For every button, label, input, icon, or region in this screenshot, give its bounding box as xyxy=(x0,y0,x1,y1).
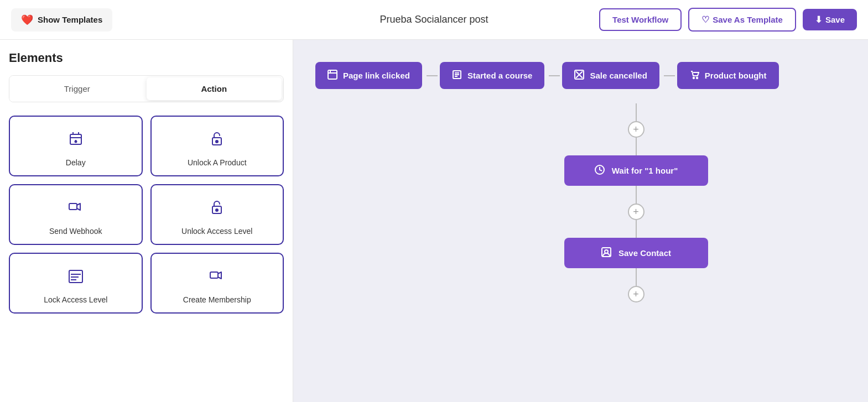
header-left: ❤️ Show Templates xyxy=(11,8,112,32)
connector-line-3 xyxy=(636,186,637,203)
connector-line-5 xyxy=(636,268,637,286)
trigger-label-page-link: Page link clicked xyxy=(343,71,410,80)
element-label-send-webhook: Send Webhook xyxy=(49,227,102,236)
add-button-3[interactable]: + xyxy=(628,286,644,302)
element-card-delay[interactable]: Delay xyxy=(9,116,143,176)
trigger-label-sale-cancelled: Sale cancelled xyxy=(590,71,647,80)
create-membership-icon xyxy=(208,267,226,289)
svg-point-6 xyxy=(216,209,218,211)
trigger-node-page-link[interactable]: Page link clicked xyxy=(315,62,422,89)
page-link-icon xyxy=(328,70,337,81)
show-templates-button[interactable]: ❤️ Show Templates xyxy=(11,8,112,32)
unlock-access-icon xyxy=(208,199,226,220)
element-card-unlock-product[interactable]: Unlock A Product xyxy=(150,116,284,176)
show-templates-label: Show Templates xyxy=(38,15,102,24)
canvas: Page link clicked Started a course xyxy=(293,40,868,402)
workflow-area: Page link clicked Started a course xyxy=(304,51,857,391)
trigger-label-product-bought: Product bought xyxy=(705,71,767,80)
svg-rect-9 xyxy=(328,70,337,79)
product-bought-icon xyxy=(689,70,699,81)
wait-icon xyxy=(594,164,605,177)
header-right: Test Workflow ♡ Save As Template ⬇ Save xyxy=(599,8,857,32)
element-card-unlock-access[interactable]: Unlock Access Level xyxy=(150,184,284,245)
page-title: Prueba Socialancer post xyxy=(380,14,488,25)
sidebar: Elements Trigger Action Delay xyxy=(0,40,293,402)
svg-point-13 xyxy=(697,77,698,79)
add-button-1[interactable]: + xyxy=(628,121,644,138)
save-as-template-button[interactable]: ♡ Save As Template xyxy=(688,8,796,32)
sale-cancelled-icon xyxy=(574,70,584,81)
send-webhook-icon xyxy=(67,199,85,220)
connector-line-4 xyxy=(636,220,637,238)
connector-1 xyxy=(427,75,438,76)
test-workflow-label: Test Workflow xyxy=(612,15,668,24)
add-button-2[interactable]: + xyxy=(628,203,644,220)
tab-bar: Trigger Action xyxy=(9,75,284,102)
trigger-node-started-course[interactable]: Started a course xyxy=(440,62,545,89)
delay-icon xyxy=(67,130,85,152)
connector-line-1 xyxy=(636,103,637,121)
element-label-delay: Delay xyxy=(66,158,86,167)
save-contact-label: Save Contact xyxy=(618,248,671,258)
tab-trigger[interactable]: Trigger xyxy=(9,76,145,102)
action-node-wait[interactable]: Wait for "1 hour" xyxy=(564,155,708,186)
element-label-unlock-product: Unlock A Product xyxy=(188,158,247,167)
triggers-row: Page link clicked Started a course xyxy=(304,51,857,89)
action-node-save-contact[interactable]: Save Contact xyxy=(564,238,708,268)
svg-point-3 xyxy=(216,140,218,143)
element-card-create-membership[interactable]: Create Membership xyxy=(150,253,284,314)
connector-line-2 xyxy=(636,138,637,155)
wait-label: Wait for "1 hour" xyxy=(612,166,678,175)
flow-column: + Wait for "1 hour" + xyxy=(564,103,708,302)
header: ❤️ Show Templates Prueba Socialancer pos… xyxy=(0,0,868,40)
svg-rect-8 xyxy=(210,272,218,278)
heart-outline-icon: ♡ xyxy=(701,14,709,25)
element-label-lock-access: Lock Access Level xyxy=(44,295,107,304)
trigger-label-started-course: Started a course xyxy=(467,71,533,80)
started-course-icon xyxy=(452,70,462,81)
svg-rect-4 xyxy=(69,203,77,210)
save-label: Save xyxy=(825,15,845,24)
heart-icon: ❤️ xyxy=(21,14,33,26)
test-workflow-button[interactable]: Test Workflow xyxy=(599,8,682,31)
save-icon: ⬇ xyxy=(815,14,822,25)
trigger-node-sale-cancelled[interactable]: Sale cancelled xyxy=(562,62,659,89)
element-card-lock-access[interactable]: Lock Access Level xyxy=(9,253,143,314)
connector-3 xyxy=(664,75,675,76)
main-layout: Elements Trigger Action Delay xyxy=(0,40,868,402)
connector-2 xyxy=(549,75,560,76)
element-label-create-membership: Create Membership xyxy=(183,295,251,304)
lock-access-icon xyxy=(67,267,85,289)
unlock-product-icon xyxy=(208,130,226,152)
save-as-template-label: Save As Template xyxy=(713,15,783,24)
element-card-send-webhook[interactable]: Send Webhook xyxy=(9,184,143,245)
sidebar-title: Elements xyxy=(9,51,284,65)
svg-point-12 xyxy=(693,77,694,79)
trigger-node-product-bought[interactable]: Product bought xyxy=(677,62,779,89)
element-label-unlock-access: Unlock Access Level xyxy=(181,227,252,236)
tab-action[interactable]: Action xyxy=(147,77,282,100)
save-button[interactable]: ⬇ Save xyxy=(803,9,857,30)
elements-grid: Delay Unlock A Product xyxy=(9,116,284,314)
save-contact-icon xyxy=(601,247,612,259)
